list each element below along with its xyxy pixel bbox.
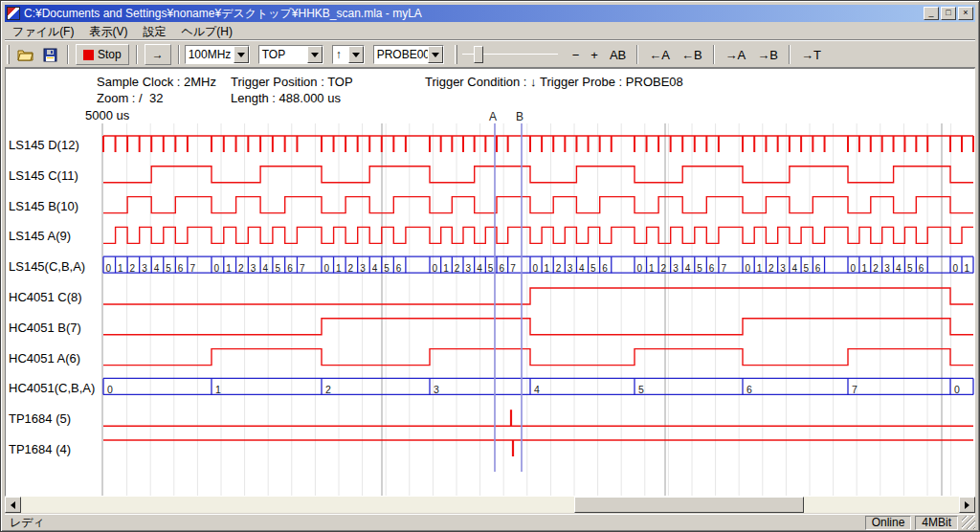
run-arrow-icon: →	[152, 48, 164, 61]
goto-trigger-button[interactable]: →T	[795, 44, 827, 65]
goto-cursor-a-left-button[interactable]: ←A	[643, 44, 676, 65]
status-bar: レディ Online 4MBit	[5, 515, 975, 530]
sample-clock-value: 100MHz	[186, 48, 234, 61]
trigger-edge-select[interactable]: ↑	[332, 45, 365, 64]
dropdown-button[interactable]	[428, 46, 443, 63]
trigger-probe-info: Trigger Probe : PROBE08	[540, 75, 683, 89]
zoom-slider[interactable]	[462, 45, 558, 64]
channel-label[interactable]: LS145 B(10)	[9, 199, 78, 213]
scrollbar-thumb[interactable]	[574, 497, 804, 513]
zoom-out-button[interactable]: −	[567, 44, 586, 65]
dropdown-button[interactable]	[234, 46, 249, 63]
status-online-badge: Online	[865, 516, 912, 530]
channel-label[interactable]: HC4051 B(7)	[9, 321, 81, 335]
toolbar-separator	[636, 45, 638, 64]
app-window: C:¥Documents and Settings¥noname¥デスクトップ¥…	[0, 0, 980, 532]
toolbar-grip[interactable]	[455, 45, 457, 64]
maximize-button[interactable]: □	[941, 7, 956, 20]
channel-label[interactable]: LS145(C,B,A)	[9, 259, 85, 274]
channel-label[interactable]: LS145 A(9)	[9, 229, 71, 243]
dropdown-button[interactable]	[348, 46, 364, 63]
trigger-position-info: Trigger Position : TOP	[231, 75, 353, 89]
dropdown-button[interactable]	[307, 46, 323, 63]
toolbar-separator	[178, 45, 180, 64]
status-memory-badge: 4MBit	[915, 516, 958, 530]
channel-label[interactable]: HC4051 C(8)	[9, 290, 82, 304]
zoom-in-button[interactable]: +	[585, 44, 604, 65]
minimize-button[interactable]: _	[924, 7, 939, 20]
channel-label[interactable]: LS145 D(12)	[9, 138, 79, 152]
toolbar-separator	[136, 45, 138, 64]
trigger-probe-value: PROBE00	[374, 48, 428, 61]
menu-bar: ファイル(F)表示(V)設定ヘルプ(H)	[5, 24, 975, 40]
sample-clock-info: Sample Clock : 2MHz	[97, 75, 216, 89]
trigger-edge-value: ↑	[333, 48, 348, 61]
chevron-down-icon	[432, 53, 439, 57]
sample-clock-select[interactable]: 100MHz	[185, 45, 250, 64]
scroll-right-button[interactable]	[959, 497, 975, 513]
trigger-position-select[interactable]: TOP	[258, 45, 323, 64]
menu-item[interactable]: 設定	[135, 23, 173, 41]
trigger-probe-select[interactable]: PROBE00	[373, 45, 444, 64]
stop-label: Stop	[98, 48, 122, 61]
channel-label[interactable]: HC4051 A(6)	[9, 351, 80, 366]
menu-item[interactable]: ヘルプ(H)	[173, 23, 240, 41]
goto-cursor-b-left-button[interactable]: ←B	[676, 44, 708, 65]
trigger-condition-info: Trigger Condition : ↓	[425, 75, 537, 89]
channel-label[interactable]: TP1684 (5)	[9, 411, 71, 426]
channel-label[interactable]: LS145 C(11)	[9, 168, 78, 183]
goto-cursor-b-right-button[interactable]: →B	[751, 44, 784, 65]
toolbar: Stop → 100MHz TOP ↑ PROBE00 − + AB	[5, 42, 975, 68]
waveform-panel[interactable]	[5, 68, 975, 497]
chevron-down-icon	[311, 53, 319, 57]
chevron-down-icon	[352, 53, 360, 57]
toolbar-separator	[789, 45, 791, 64]
ab-button[interactable]: AB	[604, 44, 632, 65]
slider-handle[interactable]	[474, 46, 483, 63]
run-button[interactable]: →	[145, 44, 171, 65]
title-bar: C:¥Documents and Settings¥noname¥デスクトップ¥…	[5, 5, 975, 22]
horizontal-scrollbar[interactable]	[5, 497, 975, 513]
length-info: Length : 488.000 us	[231, 91, 341, 105]
arrow-right-icon	[965, 501, 969, 509]
scroll-left-button[interactable]	[5, 497, 21, 513]
channel-label[interactable]: TP1684 (4)	[9, 442, 71, 456]
channel-label[interactable]: HC4051(C,B,A)	[9, 381, 95, 395]
zoom-info: Zoom : / 32	[97, 91, 163, 105]
toolbar-separator	[713, 45, 715, 64]
resize-grip[interactable]	[962, 516, 975, 529]
channel-label-column: LS145 D(12)LS145 C(11)LS145 B(10)LS145 A…	[1, 1, 100, 532]
arrow-left-icon	[11, 501, 15, 509]
goto-cursor-a-right-button[interactable]: →A	[720, 44, 752, 65]
close-button[interactable]: ×	[958, 7, 973, 20]
chevron-down-icon	[237, 53, 245, 57]
window-title: C:¥Documents and Settings¥noname¥デスクトップ¥…	[24, 6, 922, 22]
trigger-position-value: TOP	[259, 48, 307, 61]
status-ready-text: レディ	[5, 515, 861, 531]
